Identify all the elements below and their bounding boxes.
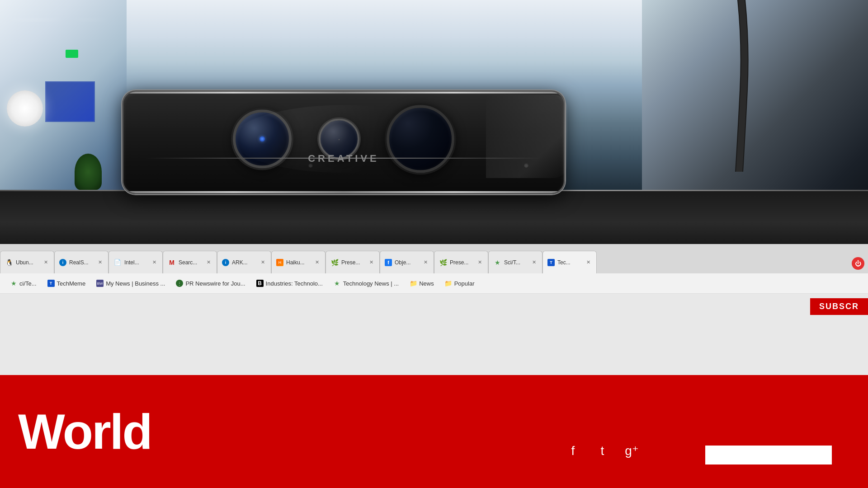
tab-prese1-label: Prese... [341, 259, 365, 266]
webcam-mic-dot-right [524, 163, 528, 168]
tab-ark-favicon: i [222, 259, 229, 266]
subscribe-button[interactable]: SUBSCR [810, 298, 868, 315]
power-button[interactable]: ⏻ [852, 257, 864, 270]
bookmark-techmeme-label: TechMeme [57, 280, 86, 287]
bookmark-scite-label: ci/Te... [19, 280, 37, 287]
tab-realsense-close[interactable]: ✕ [96, 259, 104, 266]
bookmark-pr-favicon: ⋮ [176, 280, 183, 287]
social-icons-group: f t g⁺ [563, 441, 642, 461]
tab-techmeme-favicon: T [547, 259, 555, 266]
tab-ark-close[interactable]: ✕ [259, 259, 266, 266]
tab-prese2-close[interactable]: ✕ [476, 259, 483, 266]
bookmark-popular-favicon: 📁 [445, 280, 452, 287]
browser-end-area: ⏻ [852, 257, 868, 270]
tab-gmail-favicon: M [168, 258, 176, 267]
tab-haiku-label: Haiku... [286, 259, 311, 266]
browser-chrome: 🐧 Ubun... ✕ i RealS... ✕ 📄 Intel... ✕ M … [0, 244, 868, 488]
tab-scit[interactable]: ★ Sci/T... ✕ [488, 251, 542, 273]
bookmark-pr[interactable]: ⋮ PR Newswire for Jou... [171, 278, 250, 289]
tab-realsense[interactable]: i RealS... ✕ [54, 251, 108, 273]
webcam-trim-bottom [123, 191, 564, 193]
site-search-input[interactable] [705, 446, 832, 465]
facebook-social-icon[interactable]: f [563, 441, 583, 461]
tab-ubuntu-label: Ubun... [16, 259, 39, 266]
tab-obj-label: Obje... [395, 259, 419, 266]
bookmark-pr-label: PR Newswire for Jou... [185, 280, 245, 287]
tab-intel-favicon: 📄 [113, 258, 122, 267]
bookmark-mynews-label: My News | Business ... [106, 280, 165, 287]
tab-intel[interactable]: 📄 Intel... ✕ [108, 251, 163, 273]
lamp-orb [7, 90, 43, 127]
bookmark-news-label: News [419, 280, 434, 287]
webcam-trim-top [123, 92, 564, 94]
tab-ubuntu[interactable]: 🐧 Ubun... ✕ [0, 251, 54, 273]
bookmark-technews-favicon: ★ [334, 280, 341, 287]
monitor-screen [45, 81, 95, 122]
tab-scit-label: Sci/T... [504, 259, 528, 266]
tab-intel-label: Intel... [124, 259, 148, 266]
tab-ark[interactable]: i ARK... ✕ [217, 251, 271, 273]
bookmark-mynews[interactable]: BW My News | Business ... [92, 278, 170, 289]
twitter-social-icon[interactable]: t [592, 441, 613, 461]
bookmark-popular-label: Popular [454, 280, 475, 287]
tab-haiku[interactable]: H Haiku... ✕ [271, 251, 326, 273]
tab-realsense-favicon: i [59, 259, 66, 266]
site-logo: World [18, 407, 151, 456]
monitor-bezel [0, 190, 868, 244]
cable-area [728, 0, 755, 172]
site-header: World f t g⁺ [0, 375, 868, 488]
tab-gmail-label: Searc... [179, 259, 202, 266]
tab-techmeme-label: Tec... [557, 259, 582, 266]
bookmark-techmeme[interactable]: T TechMeme [43, 278, 90, 289]
tab-prese2[interactable]: 🌿 Prese... ✕ [434, 251, 488, 273]
tab-prese1[interactable]: 🌿 Prese... ✕ [326, 251, 380, 273]
tab-obj-favicon: f [385, 259, 392, 266]
bookmark-bloomberg-favicon: B [256, 280, 264, 287]
bookmark-scite[interactable]: ★ ci/Te... [5, 278, 41, 289]
googleplus-social-icon[interactable]: g⁺ [622, 441, 642, 461]
tab-obj[interactable]: f Obje... ✕ [380, 251, 434, 273]
bookmark-scite-favicon: ★ [10, 280, 17, 287]
tab-realsense-label: RealS... [69, 259, 94, 266]
tab-ark-label: ARK... [232, 259, 256, 266]
tab-prese1-close[interactable]: ✕ [368, 259, 375, 266]
plant [75, 154, 102, 190]
bookmark-bloomberg-label: Industries: Technolo... [266, 280, 323, 287]
tab-techmeme[interactable]: T Tec... ✕ [542, 251, 597, 273]
tab-techmeme-close[interactable]: ✕ [585, 259, 592, 266]
tab-ubuntu-close[interactable]: ✕ [42, 259, 49, 266]
tab-obj-close[interactable]: ✕ [422, 259, 429, 266]
tab-prese1-favicon: 🌿 [330, 258, 339, 267]
tab-gmail[interactable]: M Searc... ✕ [163, 251, 217, 273]
photo-area: CREATIVE [0, 0, 868, 244]
exit-sign [66, 50, 78, 58]
website-content: SUBSCR World f t g⁺ [0, 294, 868, 488]
tab-ubuntu-favicon: 🐧 [5, 258, 13, 267]
tab-prese2-favicon: 🌿 [439, 258, 447, 267]
webcam-device: CREATIVE [122, 90, 565, 194]
bookmark-bloomberg[interactable]: B Industries: Technolo... [252, 278, 327, 289]
webcam-large-lens [387, 105, 454, 173]
bookmark-techmeme-favicon: T [47, 280, 55, 287]
tab-bar: 🐧 Ubun... ✕ i RealS... ✕ 📄 Intel... ✕ M … [0, 244, 868, 273]
bookmark-technews[interactable]: ★ Technology News | ... [329, 278, 403, 289]
webcam-brand-text: CREATIVE [308, 153, 379, 164]
bookmark-mynews-favicon: BW [96, 280, 104, 287]
tab-scit-favicon: ★ [493, 258, 501, 267]
tab-prese2-label: Prese... [450, 259, 473, 266]
bookmark-news[interactable]: 📁 News [405, 278, 439, 289]
site-search-box[interactable] [705, 446, 832, 465]
tab-haiku-favicon: H [276, 259, 283, 266]
bookmark-news-favicon: 📁 [410, 280, 417, 287]
tab-gmail-close[interactable]: ✕ [205, 259, 212, 266]
tab-intel-close[interactable]: ✕ [151, 259, 158, 266]
tab-scit-close[interactable]: ✕ [530, 259, 538, 266]
bookmark-popular[interactable]: 📁 Popular [440, 278, 479, 289]
webcam-body: CREATIVE [122, 90, 565, 194]
bookmark-technews-label: Technology News | ... [343, 280, 399, 287]
tab-haiku-close[interactable]: ✕ [313, 259, 321, 266]
bookmarks-bar: ★ ci/Te... T TechMeme BW My News | Busin… [0, 273, 868, 294]
